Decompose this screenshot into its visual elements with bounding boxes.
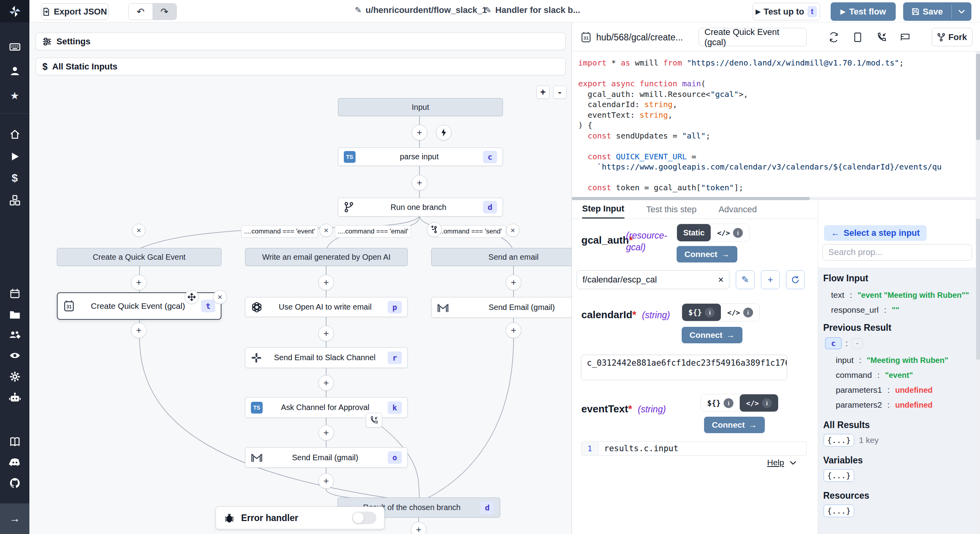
save-button[interactable]: Save [903, 2, 951, 21]
add-branch-button[interactable] [427, 222, 442, 237]
all-results-object-badge[interactable]: {...} [824, 434, 854, 447]
flow-canvas[interactable]: Settings $ All Static Inputs + - Input +… [29, 22, 572, 534]
delete-step-button[interactable]: × [213, 290, 227, 304]
mode-static[interactable]: Static [677, 224, 711, 241]
sleep-flag-icon-button[interactable] [898, 30, 913, 44]
add-step-button[interactable]: + [412, 125, 427, 140]
tab-step-input[interactable]: Step Input [582, 200, 624, 219]
suspend-phone-icon-button[interactable] [875, 30, 889, 44]
branch-condition-email[interactable]: ....command === 'email' [335, 225, 411, 238]
fork-button[interactable]: Fork [932, 28, 973, 46]
calendar-id-mode-toggle[interactable]: ${}i </>i [682, 303, 760, 321]
home-icon[interactable] [0, 126, 29, 143]
variables-dollar-icon[interactable]: $ [0, 169, 29, 187]
flow-name-edit[interactable]: ✎ Handler for slack b... [485, 5, 580, 15]
prop-row-parameters1[interactable]: parameters1 : undefined [836, 385, 933, 395]
step-node-openai[interactable]: Use Open AI to write email p [245, 297, 408, 317]
mode-template[interactable]: ${}i [701, 394, 740, 412]
resources-cubes-icon[interactable] [0, 192, 29, 209]
resources-object-badge[interactable]: {...} [824, 505, 854, 517]
star-icon[interactable]: ★ [0, 87, 29, 104]
variables-object-badge[interactable]: {...} [824, 469, 854, 482]
prop-row-input[interactable]: input : "Meeting with Ruben" [836, 355, 948, 365]
mode-javascript[interactable]: </>i [711, 224, 749, 241]
github-icon[interactable] [0, 474, 29, 492]
tab-advanced[interactable]: Advanced [719, 200, 757, 219]
branch-condition-send[interactable]: ..ommand === 'send' [436, 225, 506, 238]
step-name-input[interactable]: Create Quick Event (gcal) [699, 28, 807, 46]
suspend-step-badge[interactable] [366, 413, 382, 428]
restart-icon-button[interactable] [827, 30, 841, 44]
refresh-resource-button[interactable] [786, 270, 805, 289]
resource-path-input[interactable]: f/calendar/escp_cal × [577, 270, 730, 289]
branch-header-gcal[interactable]: Create a Quick Gcal Event [57, 248, 221, 266]
zoom-out-button[interactable]: - [553, 86, 566, 99]
schedules-calendar-icon[interactable] [0, 285, 29, 302]
mode-javascript[interactable]: </>i [740, 394, 778, 412]
step-node-branch[interactable]: Run one branch d [338, 198, 503, 217]
select-step-input-button[interactable]: ← Select a step input [824, 225, 927, 241]
branch-header-send-email[interactable]: Send an email [431, 248, 572, 266]
event-text-connect-button[interactable]: Connect→ [704, 417, 765, 433]
panel-vscrollbar-thumb[interactable] [976, 219, 980, 360]
add-step-button[interactable]: + [412, 175, 427, 191]
clear-resource-icon[interactable]: × [718, 274, 724, 285]
help-link[interactable]: Help [767, 458, 797, 467]
test-flow-button[interactable]: ▶ Test flow [831, 2, 896, 21]
step-node-approval[interactable]: TS Ask Channel for Approval k [245, 397, 408, 418]
prop-row-step-c[interactable]: c : - [825, 337, 863, 349]
calendar-id-input[interactable]: c_0312442e881ae6fcf1dec23f54916a389f1c17… [581, 355, 787, 380]
zoom-in-button[interactable]: + [536, 86, 550, 99]
add-resource-button[interactable]: + [761, 270, 780, 289]
add-step-button[interactable]: + [318, 473, 334, 489]
add-step-button[interactable]: + [506, 275, 521, 290]
export-json-button[interactable]: Export JSON [41, 3, 109, 20]
trigger-bolt-button[interactable] [436, 125, 452, 140]
add-step-button[interactable]: + [318, 425, 334, 441]
add-step-button[interactable]: + [131, 323, 147, 338]
tab-test-this-step[interactable]: Test this step [646, 200, 697, 219]
hub-script-path[interactable]: hub/568/gcal/create... [596, 32, 683, 43]
docs-book-icon[interactable] [0, 433, 29, 450]
keyboard-icon[interactable] [0, 38, 29, 55]
branch-condition-event[interactable]: ....command === 'event' [241, 225, 318, 238]
all-static-inputs-bar[interactable]: $ All Static Inputs [36, 58, 566, 75]
move-step-handle[interactable] [185, 290, 199, 304]
discord-icon[interactable] [0, 454, 29, 471]
step-node-gmail-right[interactable]: Send Email (gmail) [431, 297, 572, 318]
step-node-slack[interactable]: Send Email to Slack Channel r [245, 347, 408, 368]
edit-resource-button[interactable]: ✎ [736, 270, 755, 289]
step-node-parse-input[interactable]: TS parse input c [338, 148, 503, 166]
step-c-badge[interactable]: c [825, 337, 842, 349]
mode-javascript[interactable]: </>i [721, 304, 759, 321]
add-step-button[interactable]: + [318, 326, 334, 341]
groups-users-icon[interactable] [0, 326, 29, 343]
gcal-auth-mode-toggle[interactable]: Static </>i [677, 224, 750, 242]
branch-header-openai[interactable]: Write an email generated by Open AI [245, 248, 408, 266]
collapse-badge[interactable]: - [852, 338, 863, 349]
prop-row-command[interactable]: command : "event" [836, 370, 913, 380]
workers-bot-icon[interactable] [0, 389, 29, 406]
save-dropdown-button[interactable] [952, 2, 971, 21]
flow-settings-bar[interactable]: Settings [36, 33, 566, 50]
remove-branch-button[interactable]: × [132, 224, 145, 237]
user-icon[interactable] [0, 62, 29, 80]
step-node-gmail-mid[interactable]: Send Email (gmail) o [245, 447, 408, 468]
flow-input-node[interactable]: Input [338, 98, 503, 116]
search-prop-input[interactable]: Search prop... [822, 244, 972, 261]
add-step-button[interactable]: + [318, 275, 334, 290]
code-hscrollbar-thumb[interactable] [572, 197, 810, 200]
add-step-button[interactable]: + [131, 275, 147, 290]
prop-row-response-url[interactable]: response_url : "" [831, 305, 899, 315]
prop-row-text[interactable]: text : "event "Meeting with Ruben"" [831, 290, 969, 300]
event-text-mode-toggle[interactable]: ${}i </>i [701, 394, 779, 412]
add-step-button[interactable]: + [506, 323, 521, 338]
folders-icon[interactable] [0, 306, 29, 323]
settings-gear-icon[interactable] [0, 368, 29, 385]
test-up-to-button[interactable]: ▶ Test up to t [753, 3, 820, 20]
code-vscrollbar-thumb[interactable] [976, 54, 980, 140]
remove-branch-button[interactable]: × [506, 224, 519, 237]
runs-play-icon[interactable] [0, 148, 29, 165]
gcal-auth-connect-button[interactable]: Connect→ [677, 246, 737, 262]
error-handler-toggle[interactable] [352, 512, 376, 524]
